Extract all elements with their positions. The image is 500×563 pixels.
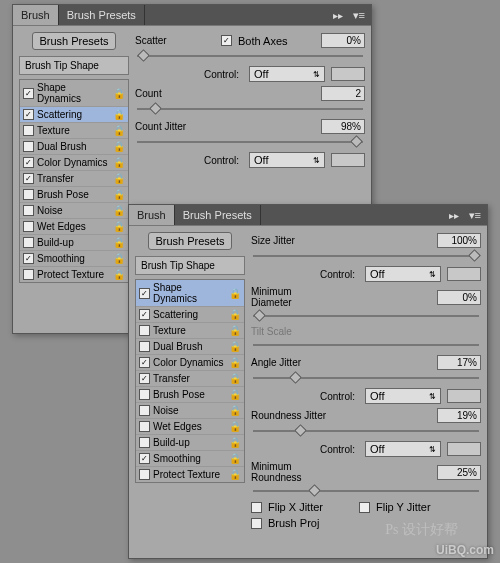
opt-buildup[interactable]: Build-up🔒 — [20, 235, 128, 251]
size-jitter-slider[interactable] — [253, 251, 479, 261]
lock-icon[interactable]: 🔒 — [113, 88, 125, 99]
lock-icon[interactable]: 🔒 — [229, 288, 241, 299]
min-roundness-slider[interactable] — [253, 486, 479, 496]
lock-icon[interactable]: 🔒 — [229, 373, 241, 384]
tab-brush[interactable]: Brush — [129, 205, 175, 225]
opt-brush-pose[interactable]: Brush Pose🔒 — [136, 387, 244, 403]
opt-transfer[interactable]: Transfer🔒 — [20, 171, 128, 187]
checkbox-icon[interactable] — [139, 373, 150, 384]
opt-buildup[interactable]: Build-up🔒 — [136, 435, 244, 451]
lock-icon[interactable]: 🔒 — [113, 125, 125, 136]
flip-y-checkbox[interactable] — [359, 502, 370, 513]
lock-icon[interactable]: 🔒 — [113, 205, 125, 216]
scatter-value[interactable]: 0% — [321, 33, 365, 48]
lock-icon[interactable]: 🔒 — [113, 141, 125, 152]
lock-icon[interactable]: 🔒 — [113, 189, 125, 200]
opt-texture[interactable]: Texture🔒 — [20, 123, 128, 139]
lock-icon[interactable]: 🔒 — [229, 469, 241, 480]
size-jitter-value[interactable]: 100% — [437, 233, 481, 248]
checkbox-icon[interactable] — [139, 421, 150, 432]
checkbox-icon[interactable] — [139, 453, 150, 464]
angle-jitter-value[interactable]: 17% — [437, 355, 481, 370]
lock-icon[interactable]: 🔒 — [113, 253, 125, 264]
opt-noise[interactable]: Noise🔒 — [20, 203, 128, 219]
both-axes-checkbox[interactable] — [221, 35, 232, 46]
tab-brush-presets[interactable]: Brush Presets — [59, 5, 145, 25]
brush-projection-checkbox[interactable] — [251, 518, 262, 529]
opt-smoothing[interactable]: Smoothing🔒 — [20, 251, 128, 267]
lock-icon[interactable]: 🔒 — [229, 357, 241, 368]
panel-menu-icon[interactable]: ▾≡ — [347, 9, 371, 22]
checkbox-icon[interactable] — [23, 269, 34, 280]
count-slider[interactable] — [137, 104, 363, 114]
opt-protect-texture[interactable]: Protect Texture🔒 — [20, 267, 128, 282]
lock-icon[interactable]: 🔒 — [229, 389, 241, 400]
lock-icon[interactable]: 🔒 — [113, 173, 125, 184]
checkbox-icon[interactable] — [139, 437, 150, 448]
checkbox-icon[interactable] — [23, 141, 34, 152]
checkbox-icon[interactable] — [139, 389, 150, 400]
roundness-jitter-value[interactable]: 19% — [437, 408, 481, 423]
checkbox-icon[interactable] — [139, 309, 150, 320]
opt-color-dynamics[interactable]: Color Dynamics🔒 — [136, 355, 244, 371]
panel-menu-icon[interactable]: ▾≡ — [463, 209, 487, 222]
count-value[interactable]: 2 — [321, 86, 365, 101]
checkbox-icon[interactable] — [139, 288, 150, 299]
flip-x-checkbox[interactable] — [251, 502, 262, 513]
opt-protect-texture[interactable]: Protect Texture🔒 — [136, 467, 244, 482]
collapse-icon[interactable]: ▸▸ — [329, 10, 347, 21]
checkbox-icon[interactable] — [139, 341, 150, 352]
opt-scattering[interactable]: Scattering🔒 — [136, 307, 244, 323]
scatter-slider[interactable] — [137, 51, 363, 61]
opt-shape-dynamics[interactable]: Shape Dynamics🔒 — [20, 80, 128, 107]
opt-smoothing[interactable]: Smoothing🔒 — [136, 451, 244, 467]
count-jitter-slider[interactable] — [137, 137, 363, 147]
count-jitter-value[interactable]: 98% — [321, 119, 365, 134]
lock-icon[interactable]: 🔒 — [113, 157, 125, 168]
lock-icon[interactable]: 🔒 — [113, 109, 125, 120]
checkbox-icon[interactable] — [23, 88, 34, 99]
min-diameter-slider[interactable] — [253, 311, 479, 321]
lock-icon[interactable]: 🔒 — [229, 437, 241, 448]
lock-icon[interactable]: 🔒 — [229, 421, 241, 432]
opt-dual-brush[interactable]: Dual Brush🔒 — [20, 139, 128, 155]
collapse-icon[interactable]: ▸▸ — [445, 210, 463, 221]
roundness-control-select[interactable]: Off⇅ — [365, 441, 441, 457]
count-jitter-control-select[interactable]: Off⇅ — [249, 152, 325, 168]
opt-noise[interactable]: Noise🔒 — [136, 403, 244, 419]
lock-icon[interactable]: 🔒 — [113, 237, 125, 248]
checkbox-icon[interactable] — [139, 325, 150, 336]
min-roundness-value[interactable]: 25% — [437, 465, 481, 480]
checkbox-icon[interactable] — [23, 125, 34, 136]
checkbox-icon[interactable] — [139, 469, 150, 480]
scatter-control-select[interactable]: Off⇅ — [249, 66, 325, 82]
lock-icon[interactable]: 🔒 — [229, 405, 241, 416]
opt-color-dynamics[interactable]: Color Dynamics🔒 — [20, 155, 128, 171]
checkbox-icon[interactable] — [23, 157, 34, 168]
angle-jitter-slider[interactable] — [253, 373, 479, 383]
angle-control-select[interactable]: Off⇅ — [365, 388, 441, 404]
opt-dual-brush[interactable]: Dual Brush🔒 — [136, 339, 244, 355]
tab-brush-presets[interactable]: Brush Presets — [175, 205, 261, 225]
checkbox-icon[interactable] — [139, 357, 150, 368]
brush-presets-button[interactable]: Brush Presets — [32, 32, 115, 50]
opt-wet-edges[interactable]: Wet Edges🔒 — [136, 419, 244, 435]
checkbox-icon[interactable] — [23, 109, 34, 120]
tab-brush[interactable]: Brush — [13, 5, 59, 25]
brush-tip-shape[interactable]: Brush Tip Shape — [135, 256, 245, 275]
opt-transfer[interactable]: Transfer🔒 — [136, 371, 244, 387]
lock-icon[interactable]: 🔒 — [229, 341, 241, 352]
lock-icon[interactable]: 🔒 — [229, 325, 241, 336]
opt-scattering[interactable]: Scattering🔒 — [20, 107, 128, 123]
roundness-jitter-slider[interactable] — [253, 426, 479, 436]
opt-brush-pose[interactable]: Brush Pose🔒 — [20, 187, 128, 203]
checkbox-icon[interactable] — [23, 189, 34, 200]
brush-presets-button[interactable]: Brush Presets — [148, 232, 231, 250]
checkbox-icon[interactable] — [23, 253, 34, 264]
opt-shape-dynamics[interactable]: Shape Dynamics🔒 — [136, 280, 244, 307]
lock-icon[interactable]: 🔒 — [229, 453, 241, 464]
brush-tip-shape[interactable]: Brush Tip Shape — [19, 56, 129, 75]
opt-wet-edges[interactable]: Wet Edges🔒 — [20, 219, 128, 235]
min-diameter-value[interactable]: 0% — [437, 290, 481, 305]
checkbox-icon[interactable] — [139, 405, 150, 416]
